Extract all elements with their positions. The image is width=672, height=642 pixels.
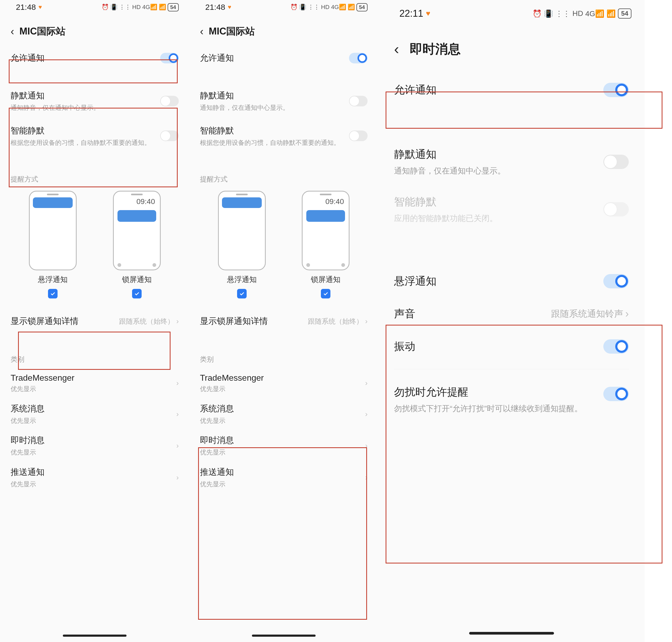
sound-row[interactable]: 声音 跟随系统通知铃声› [394, 297, 629, 330]
allow-notifications-toggle[interactable] [603, 83, 629, 97]
chevron-right-icon: › [365, 441, 367, 450]
hd-icon: HD [132, 4, 141, 11]
silent-row[interactable]: 静默通知 通知静音，仅在通知中心显示。 [11, 84, 179, 119]
allow-notifications-row[interactable]: 允许通知 [11, 46, 179, 70]
phone-screenshot-3: 22:11 ♥ ⏰ 📳 ⋮⋮ HD 4G📶 📶 54 ‹ 即时消息 允许通知 [378, 0, 645, 642]
category-section-title: 类别 [200, 347, 367, 368]
float-label: 悬浮通知 [227, 274, 257, 285]
back-icon[interactable]: ‹ [200, 25, 203, 37]
reminder-section-title: 提醒方式 [200, 167, 367, 188]
category-label: 推送通知 [200, 466, 365, 478]
vibrate-row[interactable]: 振动 [394, 330, 629, 363]
silent-toggle[interactable] [603, 155, 629, 169]
category-label: 系统消息 [200, 403, 365, 415]
lock-detail-row[interactable]: 显示锁屏通知详情 跟随系统（始终）› [200, 309, 367, 333]
vibrate-toggle[interactable] [603, 339, 629, 354]
signal-icon: 4G📶 [331, 4, 346, 11]
category-sub: 优先显示 [11, 384, 176, 394]
smart-silent-label: 智能静默 [200, 125, 349, 137]
chevron-right-icon: › [365, 379, 367, 387]
smart-silent-sub: 根据您使用设备的习惯，自动静默不重要的通知。 [11, 138, 160, 147]
phone-screenshot-1: 21:48 ♥ ⏰ 📳 ⋮⋮ HD 4G📶 📶 54 ‹ MIC国际站 允许通知 [0, 0, 189, 642]
category-label: TradeMessenger [200, 373, 365, 383]
chevron-right-icon: › [365, 317, 367, 325]
chevron-right-icon: › [176, 317, 179, 325]
dnd-label: 勿扰时允许提醒 [394, 385, 595, 399]
float-notify-label: 悬浮通知 [394, 274, 437, 288]
category-row[interactable]: TradeMessenger优先显示› [200, 368, 367, 398]
silent-row[interactable]: 静默通知 通知静音，仅在通知中心显示。 [200, 84, 367, 119]
home-indicator[interactable] [252, 634, 315, 637]
allow-notifications-toggle[interactable] [349, 53, 367, 63]
category-row[interactable]: TradeMessenger优先显示› [11, 368, 179, 398]
dnd-row[interactable]: 勿扰时允许提醒 勿扰模式下打开“允许打扰”时可以继续收到通知提醒。 [394, 376, 629, 423]
smart-silent-toggle[interactable] [349, 130, 367, 141]
status-time: 21:48 [205, 3, 225, 12]
lock-detail-row[interactable]: 显示锁屏通知详情 跟随系统（始终）› [11, 309, 179, 333]
category-row[interactable]: 即时消息优先显示› [11, 430, 179, 462]
float-checkbox[interactable] [237, 289, 247, 298]
status-icons: ⏰ 📳 ⋮⋮ HD 4G📶 📶 54 [290, 3, 367, 11]
float-preview [218, 191, 266, 270]
home-indicator[interactable] [469, 632, 554, 634]
category-row[interactable]: 推送通知优先显示› [200, 462, 367, 493]
category-row[interactable]: 推送通知优先显示› [11, 462, 179, 493]
dnd-toggle[interactable] [603, 387, 629, 401]
allow-notifications-label: 允许通知 [11, 52, 160, 64]
page-title: MIC国际站 [20, 25, 65, 38]
category-label: 推送通知 [11, 466, 176, 478]
lock-detail-value: 跟随系统（始终） [119, 317, 174, 326]
battery-icon: 54 [618, 9, 631, 18]
allow-notifications-row[interactable]: 允许通知 [200, 46, 367, 70]
smart-silent-toggle [603, 202, 629, 217]
lock-label: 锁屏通知 [311, 274, 340, 285]
category-row[interactable]: 系统消息优先显示› [11, 398, 179, 430]
heart-icon: ♥ [38, 4, 42, 11]
back-icon[interactable]: ‹ [394, 40, 399, 57]
allow-notifications-toggle[interactable] [160, 53, 179, 63]
vibrate-icon: 📳 [110, 4, 117, 11]
category-row[interactable]: 即时消息优先显示› [200, 430, 367, 462]
signal-icon: 4G📶 [142, 4, 157, 11]
allow-notifications-label: 允许通知 [200, 52, 349, 64]
home-indicator[interactable] [63, 634, 127, 637]
reminder-modes: 悬浮通知 09:40 锁屏通知 [11, 188, 179, 298]
smart-silent-label: 智能静默 [394, 194, 603, 209]
back-icon[interactable]: ‹ [11, 25, 14, 37]
silent-toggle[interactable] [160, 96, 179, 106]
chevron-right-icon: › [625, 308, 629, 320]
category-row[interactable]: 系统消息优先显示› [200, 398, 367, 430]
smart-silent-toggle[interactable] [160, 130, 179, 141]
silent-label: 静默通知 [394, 147, 603, 162]
battery-icon: 54 [357, 3, 367, 11]
chevron-right-icon: › [176, 379, 179, 387]
lock-label: 锁屏通知 [122, 274, 152, 285]
silent-row[interactable]: 静默通知 通知静音，仅在通知中心显示。 [394, 138, 629, 185]
float-notify-row[interactable]: 悬浮通知 [394, 265, 629, 297]
page-title: 即时消息 [410, 41, 461, 57]
reminder-section-title: 提醒方式 [11, 167, 179, 188]
lock-preview: 09:40 [302, 191, 350, 270]
bluetooth-icon: ⋮⋮ [308, 4, 320, 11]
smart-silent-row[interactable]: 智能静默 根据您使用设备的习惯，自动静默不重要的通知。 [200, 119, 367, 154]
float-notify-toggle[interactable] [603, 274, 629, 288]
hd-icon: HD [321, 4, 329, 11]
float-checkbox[interactable] [48, 289, 57, 298]
silent-label: 静默通知 [11, 90, 160, 102]
status-time: 22:11 [399, 8, 423, 19]
category-label: 系统消息 [11, 403, 176, 415]
silent-label: 静默通知 [200, 90, 349, 102]
lock-detail-label: 显示锁屏通知详情 [200, 316, 268, 327]
battery-icon: 54 [168, 3, 179, 11]
hd-icon: HD [572, 9, 583, 18]
lock-checkbox[interactable] [132, 289, 142, 298]
silent-sub: 通知静音，仅在通知中心显示。 [11, 103, 160, 112]
allow-notifications-row[interactable]: 允许通知 [394, 74, 629, 106]
lock-checkbox[interactable] [321, 289, 331, 298]
chevron-right-icon: › [365, 410, 367, 419]
smart-silent-row[interactable]: 智能静默 根据您使用设备的习惯，自动静默不重要的通知。 [11, 119, 179, 154]
silent-toggle[interactable] [349, 96, 367, 106]
category-sub: 优先显示 [200, 448, 365, 457]
float-preview [29, 191, 77, 270]
allow-notifications-label: 允许通知 [394, 82, 603, 97]
